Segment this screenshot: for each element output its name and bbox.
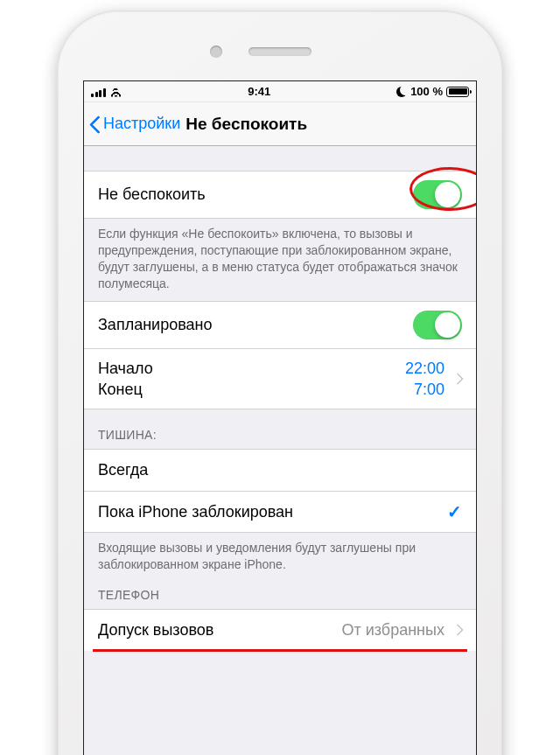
phone-header: ТЕЛЕФОН <box>84 582 476 609</box>
group-phone: Допуск вызовов От избранных <box>84 609 476 651</box>
scheduled-to-label: Конец <box>98 379 143 400</box>
cell-silence-always[interactable]: Всегда <box>84 449 476 491</box>
scheduled-to-value: 7:00 <box>414 379 444 400</box>
allow-calls-label: Допуск вызовов <box>98 621 341 640</box>
cell-allow-calls[interactable]: Допуск вызовов От избранных <box>84 609 476 651</box>
group-dnd: Не беспокоить <box>84 171 476 219</box>
silence-while-locked-label: Пока iPhone заблокирован <box>98 503 447 521</box>
phone-frame: 9:41 100 % Настройки Не беспокоить Не бе… <box>57 10 503 755</box>
wifi-icon <box>109 87 122 97</box>
back-button[interactable]: Настройки <box>84 115 180 134</box>
phone-speaker <box>248 47 312 56</box>
status-bar: 9:41 100 % <box>84 81 476 102</box>
silence-footer: Входящие вызовы и уведомления будут загл… <box>84 533 476 582</box>
status-time: 9:41 <box>248 85 270 98</box>
allow-calls-value: От избранных <box>341 621 444 640</box>
cell-scheduled-toggle[interactable]: Запланировано <box>84 301 476 348</box>
group-silence: Всегда Пока iPhone заблокирован ✓ <box>84 449 476 533</box>
dnd-footer: Если функция «Не беспокоить» включена, т… <box>84 219 476 301</box>
scheduled-label: Запланировано <box>98 316 413 334</box>
scheduled-from-value: 22:00 <box>405 358 444 379</box>
screen: 9:41 100 % Настройки Не беспокоить Не бе… <box>83 80 477 755</box>
settings-list: Не беспокоить Если функция «Не беспокоит… <box>84 146 476 651</box>
cell-silence-while-locked[interactable]: Пока iPhone заблокирован ✓ <box>84 491 476 533</box>
cell-dnd-toggle[interactable]: Не беспокоить <box>84 171 476 219</box>
battery-percent: 100 % <box>410 85 443 98</box>
scheduled-from-label: Начало <box>98 358 153 379</box>
dnd-label: Не беспокоить <box>98 185 413 204</box>
do-not-disturb-icon <box>396 87 407 97</box>
group-scheduled: Запланировано Начало 22:00 Конец 7:00 <box>84 301 476 410</box>
back-label: Настройки <box>103 115 180 133</box>
silence-header: ТИШИНА: <box>84 409 476 449</box>
battery-icon <box>446 87 469 97</box>
page-title: Не беспокоить <box>186 115 307 134</box>
chevron-right-icon <box>453 624 462 636</box>
scheduled-switch[interactable] <box>413 311 462 339</box>
chevron-right-icon <box>453 373 462 385</box>
phone-camera <box>210 45 222 58</box>
cellular-signal-icon <box>91 87 106 97</box>
silence-always-label: Всегда <box>98 461 462 479</box>
dnd-switch[interactable] <box>413 180 462 209</box>
cell-scheduled-time[interactable]: Начало 22:00 Конец 7:00 <box>84 348 476 410</box>
checkmark-icon: ✓ <box>447 501 462 522</box>
chevron-left-icon <box>89 115 102 134</box>
nav-bar: Настройки Не беспокоить <box>84 102 476 146</box>
